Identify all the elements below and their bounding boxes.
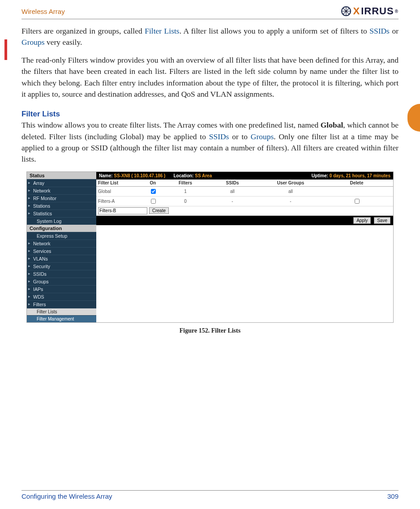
link-ssids-2[interactable]: SSIDs [209,132,229,141]
cell-groups: all [259,189,322,194]
page-header: Wireless Array XIRRUS® [21,5,399,19]
nav-item-iaps[interactable]: IAPs [27,285,96,293]
delete-checkbox[interactable] [355,199,360,204]
nav-item-statistics[interactable]: Statistics [27,210,96,217]
figure-caption: Figure 152. Filter Lists [21,327,399,334]
footer-page-number: 309 [387,492,399,500]
logo-text-x: X [353,5,360,17]
nav-item-express-setup[interactable]: Express Setup [27,232,96,240]
nav-item-filters[interactable]: Filters [27,300,96,308]
link-groups-2[interactable]: Groups [251,132,274,141]
cell-name[interactable]: Global [98,189,141,194]
table-row: Global 1 all all [96,187,393,197]
intro-paragraph-2: The read-only Filters window provides yo… [21,55,399,100]
nav-heading-configuration: Configuration [27,225,96,232]
section-tab [407,104,420,132]
nav-item-stations[interactable]: Stations [27,202,96,210]
intro-paragraph-1: Filters are organized in groups, called … [21,26,399,48]
col-on: On [141,180,165,185]
logo-text: IRRUS [361,5,394,17]
on-checkbox[interactable] [151,189,156,194]
link-ssids[interactable]: SSIDs [369,26,390,35]
brand-logo: XIRRUS® [341,5,399,17]
link-filter-lists[interactable]: Filter Lists [145,26,179,35]
action-bar: Apply Save [96,216,393,225]
cell-ssids: - [206,199,259,204]
table-row: Filters-A 0 - - [96,197,393,206]
change-bar [4,39,7,60]
nav-item-groups[interactable]: Groups [27,278,96,285]
cell-filters: 1 [165,189,206,194]
nav-item-services[interactable]: Services [27,247,96,255]
cell-filters: 0 [165,199,206,204]
table-header-row: Filter List On Filters SSIDs User Groups… [96,180,393,187]
create-button[interactable]: Create [149,207,169,214]
nav-item-vlans[interactable]: VLANs [27,255,96,262]
figure-screenshot: Status Array Network RF Monitor Stations… [26,171,394,323]
cell-groups: - [259,199,322,204]
main-panel: Name: SS-XN8 ( 10.100.47.186 ) Location:… [96,172,393,322]
on-checkbox[interactable] [151,199,156,204]
status-uptime: 0 days, 21 hours, 17 minutes [330,173,390,178]
col-filters: Filters [165,180,206,185]
nav-panel: Status Array Network RF Monitor Stations… [27,172,96,322]
nav-item-array[interactable]: Array [27,179,96,187]
nav-heading-status: Status [27,172,96,179]
nav-item-system-log[interactable]: System Log [27,217,96,225]
nav-item-config-network[interactable]: Network [27,240,96,247]
status-location: SS Area [195,173,212,178]
status-bar: Name: SS-XN8 ( 10.100.47.186 ) Location:… [96,172,393,180]
page-footer: Configuring the Wireless Array 309 [21,490,399,500]
global-list-name: Global [321,120,343,129]
nav-item-security[interactable]: Security [27,262,96,270]
nav-item-wds[interactable]: WDS [27,293,96,300]
footer-section: Configuring the Wireless Array [21,492,112,500]
logo-icon [341,6,351,16]
nav-sub-filter-management[interactable]: Filter Management [27,315,96,322]
nav-sub-filter-lists[interactable]: Filter Lists [27,308,96,315]
col-ssids: SSIDs [206,180,259,185]
save-button[interactable]: Save [374,217,390,224]
section-heading-filter-lists: Filter Lists [21,110,399,119]
nav-item-rf-monitor[interactable]: RF Monitor [27,194,96,202]
nav-item-network[interactable]: Network [27,187,96,194]
status-name: SS-XN8 ( 10.100.47.186 ) [114,173,165,178]
cell-name[interactable]: Filters-A [98,199,141,204]
new-filter-name-input[interactable] [98,207,147,214]
col-user-groups: User Groups [259,180,322,185]
logo-trademark: ® [395,9,399,14]
new-filter-row: Create [96,206,393,216]
apply-button[interactable]: Apply [353,217,371,224]
link-groups[interactable]: Groups [21,38,45,47]
cell-ssids: all [206,189,259,194]
col-filter-list: Filter List [98,180,141,185]
filter-lists-paragraph: This window allows you to create filter … [21,120,399,165]
nav-item-ssids[interactable]: SSIDs [27,270,96,278]
col-delete: Delete [322,180,391,185]
header-title: Wireless Array [21,8,65,15]
